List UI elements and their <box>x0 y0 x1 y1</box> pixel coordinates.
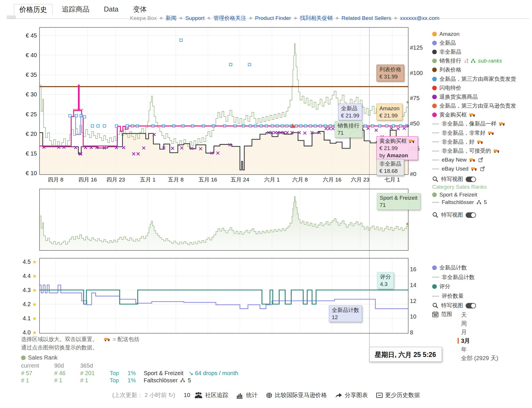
tree-icon <box>477 200 481 204</box>
truck-icon <box>469 113 476 117</box>
stats-header-row: current 90d 365d <box>21 362 238 369</box>
stat-pct: 1% <box>128 377 144 384</box>
legend-label: 非全新品，可接受的 <box>442 147 491 155</box>
globe-icon <box>266 392 273 399</box>
legend-item[interactable]: 全新品计数 <box>432 263 475 273</box>
stats-row-subcategory: # 1 # 1 # 1 Top 1% Faltschlösser 5 <box>21 377 238 384</box>
legend-category: Sport & FreizeitFaltschlösser5 <box>432 191 487 206</box>
tooltip-title: 评分 <box>380 273 391 280</box>
tree-icon <box>180 378 185 382</box>
range-option-全部 (2929 天)[interactable]: 全部 (2929 天) <box>461 354 498 362</box>
col-365d: 365d <box>80 362 110 369</box>
legend-item[interactable]: 全新品，第三方由商家负责发货 <box>432 74 516 83</box>
closeup-toggle-main[interactable]: 特写视图 <box>432 175 476 183</box>
tooltip-used: 非全新品 € 18.68 <box>376 159 404 176</box>
legend-item[interactable]: 全新品 <box>432 38 516 47</box>
legend-label: 非全新品，像新品一样 <box>442 120 497 128</box>
legend-label: 黄金购买框 <box>439 111 467 119</box>
legend-dot-icon <box>432 32 437 36</box>
legend-label: 退换货实惠商品 <box>439 93 478 101</box>
legend-rating: 全新品计数非全新品计数评分评价数量 <box>432 263 475 301</box>
legend-label: 全新品 <box>439 39 456 47</box>
legend-item[interactable]: 黄金购买框 <box>432 111 516 119</box>
tooltip-new-count: 全新品计数 12 <box>329 305 362 322</box>
closeup-toggle-rating[interactable]: 特写视图 <box>432 302 476 309</box>
tree-icon <box>477 200 481 204</box>
statistics-label: 统计 <box>246 391 258 399</box>
tooltip-title: 全新品 <box>341 105 359 112</box>
legend-item[interactable]: Sport & Freizeit <box>432 191 487 199</box>
box-minus-icon <box>376 392 383 398</box>
legend-dot-icon <box>432 41 437 45</box>
truck-icon <box>469 113 476 117</box>
footer-toolbar: (上次更新： 2 小时前 ↻) 10 社区追踪 统计 比较国际亚马逊价格 分享图… <box>0 391 532 399</box>
keepa-price-history-page: { "tabs": [ {"label": "价格历史", "active": … <box>0 0 532 408</box>
legend-item[interactable]: 非全新品，像新品一样 <box>432 119 516 128</box>
statistics-button[interactable]: 统计 <box>236 391 258 399</box>
tooltip-new: 全新品 € 21.99 <box>338 104 362 120</box>
truck-icon <box>409 139 415 143</box>
stat-current: # 57 <box>21 369 54 377</box>
legend-dot-icon <box>432 265 437 270</box>
legend-label: 非全新品计数 <box>442 274 475 281</box>
legend-dot-icon <box>432 104 437 108</box>
legend-item[interactable]: eBay New <box>432 156 516 164</box>
help-text-truck: = 配送包括 <box>113 336 139 343</box>
truck-icon <box>499 122 505 126</box>
range-option-周[interactable]: 周 <box>461 319 498 328</box>
external-link-icon[interactable] <box>480 166 485 171</box>
community-tracking-button[interactable]: 社区追踪 <box>194 391 228 399</box>
sales-rank-stats: Sales Rank current 90d 365d # 57 # 46 # … <box>21 354 238 384</box>
range-option-月[interactable]: 月 <box>461 328 498 336</box>
magnifier-icon <box>432 212 439 218</box>
legend-item[interactable]: 闪电特价 <box>432 83 516 92</box>
magnifier-icon <box>432 176 439 182</box>
range-option-天[interactable]: 天 <box>461 310 498 319</box>
box-minus-icon <box>376 392 383 398</box>
external-link-icon[interactable] <box>478 158 483 162</box>
compare-international-button[interactable]: 比较国际亚马逊价格 <box>266 391 327 399</box>
range-option-3月[interactable]: 3月 <box>461 336 498 345</box>
stat-90d: # 1 <box>54 377 80 384</box>
legend-dash-icon <box>432 151 439 151</box>
help-line-1: 选择区域以放大。双击以重置。 = 配送包括 <box>21 336 139 343</box>
closeup-toggle-switch[interactable] <box>466 177 476 182</box>
legend-item[interactable]: 销售排行↓91sub-ranks <box>432 57 516 65</box>
range-option-年[interactable]: 年 <box>461 345 498 354</box>
legend-dash-icon <box>432 202 439 203</box>
legend-item[interactable]: 退换货实惠商品 <box>432 92 516 101</box>
legend-label: eBay New <box>442 157 467 163</box>
closeup-toggle-switch[interactable] <box>466 212 476 218</box>
truck-icon <box>469 158 476 162</box>
legend-label: eBay Used <box>442 166 469 172</box>
legend-item[interactable]: Amazon <box>432 29 516 38</box>
truck-icon <box>494 149 500 153</box>
community-label: 社区追踪 <box>205 391 228 399</box>
legend-item[interactable]: 非全新品，好 <box>432 137 516 146</box>
legend-item[interactable]: 非全新品 <box>432 47 516 56</box>
legend-item[interactable]: 全新品，第三方由亚马逊负责发 <box>432 102 516 111</box>
legend-item[interactable]: 非全新品，非常好 <box>432 128 516 137</box>
sub-ranks-link[interactable]: sub-ranks <box>478 58 502 64</box>
tooltip-sub: by <box>379 152 387 158</box>
share-chart-button[interactable]: 分享图表 <box>335 391 368 399</box>
col-current: current <box>21 362 54 369</box>
legend-item[interactable]: 评价数量 <box>432 291 475 301</box>
legend-item[interactable]: eBay Used <box>432 164 516 173</box>
legend-item[interactable]: 非全新品计数 <box>432 273 475 282</box>
category-sales-ranks-link[interactable]: Category Sales Ranks <box>432 184 487 190</box>
stat-365d: # 201 <box>80 369 110 377</box>
legend-item[interactable]: 非全新品，可接受的 <box>432 146 516 155</box>
tooltip-value: € 18.68 <box>379 167 401 175</box>
legend-item[interactable]: 评分 <box>432 282 475 291</box>
legend-item[interactable]: Faltschlösser5 <box>432 199 487 206</box>
stat-category: Sport & Freizeit <box>144 370 183 376</box>
closeup-toggle-category[interactable]: 特写视图 <box>432 211 476 219</box>
magnifier-icon <box>432 212 439 218</box>
legend-dash-icon <box>432 160 439 160</box>
legend-dot-icon <box>432 192 437 197</box>
closeup-toggle-switch[interactable] <box>466 303 476 308</box>
legend-item[interactable]: 列表价格 <box>432 65 516 74</box>
less-history-button[interactable]: 更少历史数据 <box>376 391 420 399</box>
drops-arrow-icon: ↘ <box>188 370 193 376</box>
